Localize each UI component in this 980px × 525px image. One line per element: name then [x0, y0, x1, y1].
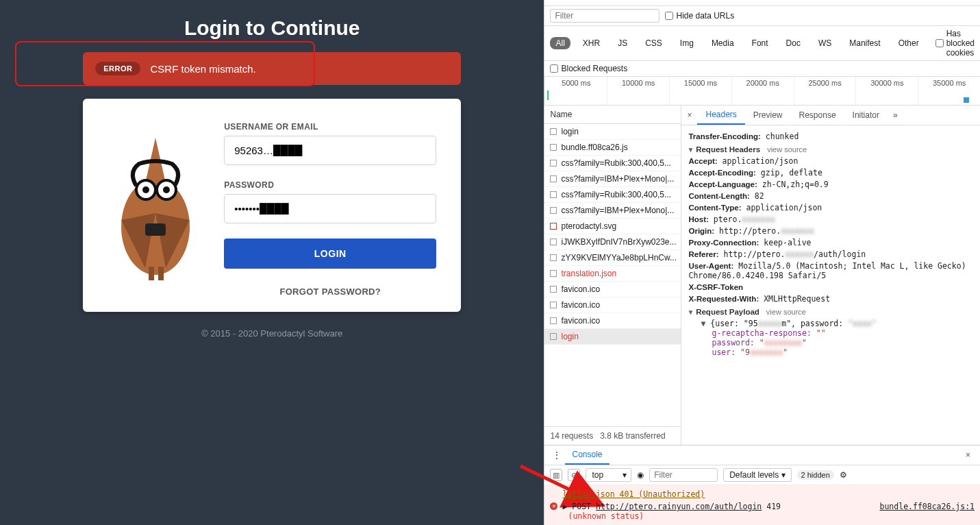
request-list-footer: 14 requests 3.8 kB transferred [544, 426, 681, 445]
tab-preview[interactable]: Preview [745, 106, 791, 124]
blocked-requests-checkbox[interactable]: Blocked Requests [550, 64, 627, 73]
blocked-requests-row: Blocked Requests [544, 61, 980, 77]
forgot-password-link[interactable]: FORGOT PASSWORD? [224, 286, 436, 297]
file-type-icon [550, 207, 557, 214]
detail-more-icon[interactable]: » [888, 106, 903, 124]
request-row[interactable]: pterodactyl.svg [544, 219, 681, 234]
tab-console[interactable]: Console [565, 445, 609, 465]
chip-doc[interactable]: Doc [781, 37, 806, 49]
timeline-tick: 20000 ms [731, 77, 794, 105]
request-detail: × Headers Preview Response Initiator » T… [681, 106, 980, 445]
view-source-link[interactable]: view source [766, 308, 806, 316]
request-name: css?family=Rubik:300,400,5... [561, 158, 670, 168]
request-row[interactable]: css?family=IBM+Plex+Mono|... [544, 171, 681, 187]
request-name: iJWKBXyIfDnIV7nBrXyw023e... [561, 237, 676, 247]
devtools-toolbar [544, 0, 980, 6]
console-output[interactable]: lation.json 401 (Unauthorized) ✕ ▶ POST … [544, 485, 980, 525]
request-row[interactable]: css?family=Rubik:300,400,5... [544, 156, 681, 171]
hide-data-urls-checkbox[interactable]: Hide data URLs [665, 11, 734, 21]
error-badge: ERROR [95, 62, 140, 75]
hidden-count-badge[interactable]: 2 hidden [797, 470, 834, 480]
file-type-icon [550, 302, 557, 308]
chip-manifest[interactable]: Manifest [844, 37, 885, 49]
request-row[interactable]: css?family=Rubik:300,400,5... [544, 187, 681, 203]
chip-font[interactable]: Font [746, 37, 774, 49]
request-row[interactable]: favicon.ico [544, 297, 681, 313]
file-type-icon [550, 191, 557, 198]
request-headers-section[interactable]: Request Headersview source [687, 145, 973, 154]
request-name: zYX9KVElMYYaJe8bpLHnCw... [561, 253, 677, 262]
console-error-source[interactable]: bundle.ff08ca26.js:1 [880, 502, 975, 511]
svg-rect-10 [158, 267, 164, 280]
request-row[interactable]: favicon.ico [544, 282, 681, 297]
file-type-icon [550, 317, 557, 324]
request-row[interactable]: login [544, 124, 681, 140]
network-filter-input[interactable] [550, 9, 659, 23]
request-name: login [561, 332, 578, 341]
tab-initiator[interactable]: Initiator [844, 106, 888, 124]
timeline-request-marker [964, 97, 969, 103]
login-button[interactable]: LOGIN [224, 239, 436, 269]
blocked-cookies-checkbox[interactable]: Has blocked cookies [935, 29, 975, 58]
console-filter-input[interactable] [649, 468, 718, 482]
request-name: translation.json [561, 269, 616, 278]
request-list-header: Name [544, 106, 681, 124]
timeline-tick: 30000 ms [855, 77, 918, 105]
password-input[interactable] [224, 194, 436, 223]
network-timeline[interactable]: 5000 ms 10000 ms 15000 ms 20000 ms 25000… [544, 77, 980, 106]
file-type-icon [550, 175, 557, 182]
detail-content[interactable]: Transfer-Encoding: chunked Request Heade… [681, 125, 980, 445]
chip-media[interactable]: Media [706, 37, 740, 49]
chip-ws[interactable]: WS [813, 37, 837, 49]
file-type-icon [550, 160, 557, 167]
console-settings-icon[interactable]: ⚙ [840, 470, 847, 480]
file-type-icon [550, 128, 557, 135]
username-input[interactable] [224, 136, 436, 165]
tab-response[interactable]: Response [791, 106, 844, 124]
svg-point-6 [142, 186, 149, 193]
clear-console-icon[interactable]: ⊘ [568, 469, 580, 481]
context-selector[interactable]: top [586, 468, 631, 482]
error-message: CSRF token mismatch. [150, 63, 255, 75]
login-page: Login to Continue ERROR CSRF token misma… [0, 0, 544, 525]
request-row[interactable]: bundle.ff08ca26.js [544, 140, 681, 156]
file-type-icon [550, 286, 557, 293]
log-levels-selector[interactable]: Default levels [723, 468, 791, 482]
detail-tabs: × Headers Preview Response Initiator » [681, 106, 980, 125]
chip-xhr[interactable]: XHR [577, 37, 605, 49]
chip-css[interactable]: CSS [640, 37, 668, 49]
chip-other[interactable]: Other [893, 37, 925, 49]
request-name: favicon.ico [561, 316, 600, 326]
error-alert: ERROR CSRF token mismatch. [83, 52, 461, 85]
network-body: Name loginbundle.ff08ca26.jscss?family=R… [544, 106, 980, 445]
request-row[interactable]: login [544, 329, 681, 345]
close-detail-icon[interactable]: × [681, 108, 697, 123]
request-row[interactable]: iJWKBXyIfDnIV7nBrXyw023e... [544, 234, 681, 250]
timeline-tick: 5000 ms [544, 77, 607, 105]
request-row[interactable]: css?family=IBM+Plex+Mono|... [544, 203, 681, 219]
login-form: USERNAME OR EMAIL PASSWORD LOGIN FORGOT … [224, 122, 436, 297]
request-row[interactable]: translation.json [544, 266, 681, 282]
request-payload-section[interactable]: Request Payloadview source [687, 308, 973, 316]
request-name: pterodactyl.svg [561, 221, 616, 231]
transfer-size: 3.8 kB transferred [600, 431, 665, 441]
toggle-sidebar-icon[interactable]: ▥ [550, 469, 562, 481]
console-drawer: ⋮ Console × ▥ ⊘ top ◉ Default levels 2 h… [544, 445, 980, 525]
request-list: Name loginbundle.ff08ca26.jscss?family=R… [544, 106, 681, 445]
console-line[interactable]: ✕ ▶ POST http://ptero.rainyun.com/auth/l… [550, 500, 975, 522]
chip-img[interactable]: Img [675, 37, 699, 49]
chip-js[interactable]: JS [612, 37, 633, 49]
tab-headers[interactable]: Headers [697, 106, 744, 125]
file-type-icon [550, 223, 557, 230]
request-row[interactable]: favicon.ico [544, 313, 681, 329]
request-row[interactable]: zYX9KVElMYYaJe8bpLHnCw... [544, 250, 681, 266]
close-drawer-icon[interactable]: × [960, 448, 976, 463]
request-name: favicon.ico [561, 284, 600, 294]
chip-all[interactable]: All [550, 37, 570, 49]
drawer-menu-icon[interactable]: ⋮ [549, 448, 565, 463]
page-title: Login to Continue [184, 16, 360, 40]
view-source-link[interactable]: view source [767, 145, 807, 154]
live-expression-icon[interactable]: ◉ [637, 470, 644, 480]
console-error-url[interactable]: http://ptero.rainyun.com/auth/login [596, 502, 762, 511]
console-line[interactable]: lation.json 401 (Unauthorized) [550, 488, 975, 500]
